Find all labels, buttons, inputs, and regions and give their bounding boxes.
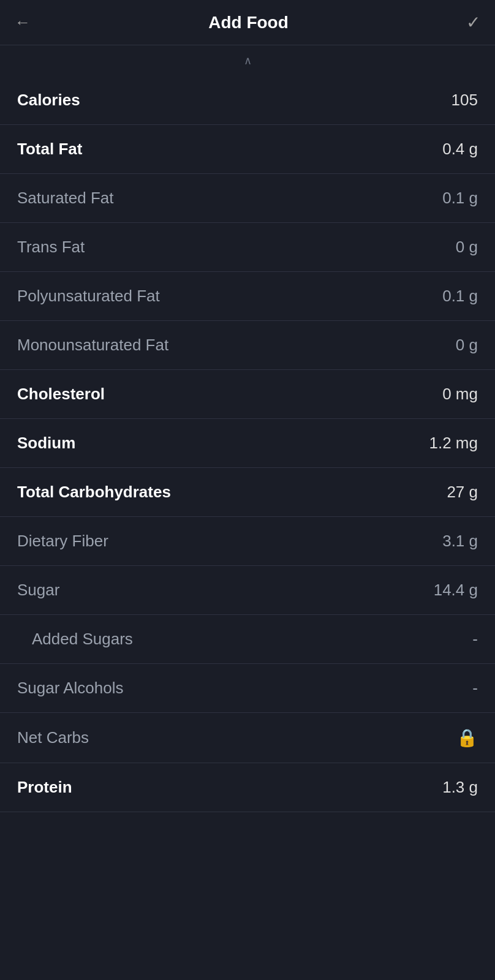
nutrient-label-sodium: Sodium: [17, 434, 75, 453]
confirm-button[interactable]: ✓: [466, 12, 480, 32]
nutrient-label-cholesterol: Cholesterol: [17, 385, 105, 404]
nutrient-label-added-sugars: Added Sugars: [17, 630, 133, 649]
nutrient-label-total-carbohydrates: Total Carbohydrates: [17, 483, 171, 502]
nutrient-row-sugar-alcohols[interactable]: Sugar Alcohols-: [0, 664, 495, 713]
back-button[interactable]: ←: [15, 13, 31, 32]
nutrient-value-cholesterol: 0 mg: [442, 385, 478, 404]
nutrient-row-trans-fat[interactable]: Trans Fat0 g: [0, 223, 495, 272]
nutrient-label-polyunsaturated-fat: Polyunsaturated Fat: [17, 287, 160, 306]
nutrient-label-dietary-fiber: Dietary Fiber: [17, 532, 108, 551]
nutrient-row-protein[interactable]: Protein1.3 g: [0, 763, 495, 812]
nutrient-value-calories: 105: [452, 91, 478, 110]
nutrient-label-net-carbs: Net Carbs: [17, 728, 89, 747]
nutrient-row-monounsaturated-fat[interactable]: Monounsaturated Fat0 g: [0, 321, 495, 370]
nutrient-row-sodium[interactable]: Sodium1.2 mg: [0, 419, 495, 468]
nutrient-value-trans-fat: 0 g: [456, 238, 478, 257]
nutrient-value-total-carbohydrates: 27 g: [447, 483, 478, 502]
nutrient-value-total-fat: 0.4 g: [442, 140, 478, 159]
nutrient-value-net-carbs: 🔒: [456, 728, 478, 748]
nutrient-value-polyunsaturated-fat: 0.1 g: [442, 287, 478, 306]
nutrient-label-protein: Protein: [17, 778, 72, 797]
nutrient-value-saturated-fat: 0.1 g: [442, 189, 478, 208]
nutrient-label-sugar-alcohols: Sugar Alcohols: [17, 679, 123, 698]
nutrient-value-added-sugars: -: [472, 630, 478, 649]
nutrient-label-sugar: Sugar: [17, 581, 59, 600]
nutrient-label-saturated-fat: Saturated Fat: [17, 189, 114, 208]
nutrient-label-total-fat: Total Fat: [17, 140, 82, 159]
nutrient-value-protein: 1.3 g: [442, 778, 478, 797]
nutrient-label-calories: Calories: [17, 91, 80, 110]
nutrient-row-dietary-fiber[interactable]: Dietary Fiber3.1 g: [0, 517, 495, 566]
nutrient-row-net-carbs[interactable]: Net Carbs🔒: [0, 713, 495, 763]
nutrient-row-total-carbohydrates[interactable]: Total Carbohydrates27 g: [0, 468, 495, 517]
nutrient-row-calories[interactable]: Calories105: [0, 76, 495, 125]
nutrient-list: Calories105Total Fat0.4 gSaturated Fat0.…: [0, 76, 495, 812]
nutrient-label-trans-fat: Trans Fat: [17, 238, 85, 257]
nutrient-row-sugar[interactable]: Sugar14.4 g: [0, 566, 495, 615]
nutrient-value-sugar: 14.4 g: [434, 581, 478, 600]
chevron-up-icon: ∧: [244, 54, 252, 67]
nutrient-value-monounsaturated-fat: 0 g: [456, 336, 478, 355]
nutrient-row-polyunsaturated-fat[interactable]: Polyunsaturated Fat0.1 g: [0, 272, 495, 321]
nutrient-value-sodium: 1.2 mg: [429, 434, 478, 453]
collapse-button[interactable]: ∧: [0, 45, 495, 76]
nutrient-value-sugar-alcohols: -: [472, 679, 478, 698]
nutrient-label-monounsaturated-fat: Monounsaturated Fat: [17, 336, 168, 355]
nutrient-value-dietary-fiber: 3.1 g: [442, 532, 478, 551]
app-header: ← Add Food ✓: [0, 0, 495, 45]
nutrient-row-added-sugars[interactable]: Added Sugars-: [0, 615, 495, 664]
nutrient-row-total-fat[interactable]: Total Fat0.4 g: [0, 125, 495, 174]
nutrient-row-cholesterol[interactable]: Cholesterol0 mg: [0, 370, 495, 419]
nutrient-row-saturated-fat[interactable]: Saturated Fat0.1 g: [0, 174, 495, 223]
page-title: Add Food: [208, 13, 289, 32]
